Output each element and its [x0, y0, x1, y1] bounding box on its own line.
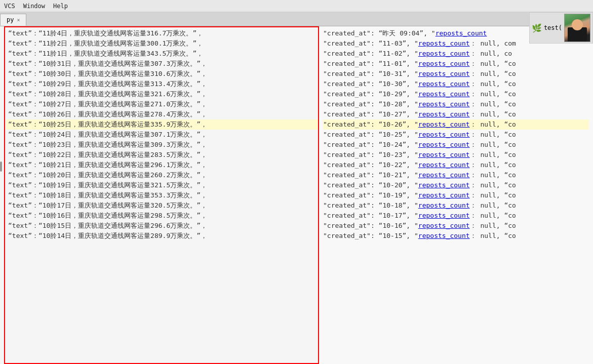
tab-label: py — [7, 16, 14, 23]
left-line: “text”：“10朎30日，重庆轨道交通线网客运量310.6万乘次。”， — [6, 69, 319, 79]
avatar — [564, 14, 590, 42]
left-line: “text”：“10朎22日，重庆轨道交通线网客运量283.5万乘次。”， — [6, 150, 319, 160]
line-value: “10朎16日，重庆轨道交通线网客运量298.5万乘次。”， — [38, 211, 207, 221]
right-line: "created_at": “10-27”, "reposts_count： n… — [323, 109, 589, 119]
line-value: “10朎27日，重庆轨道交通线网客运量271.0万乘次。”， — [38, 99, 207, 109]
menubar: VCS Window Help — [0, 0, 593, 12]
line-label: “text”： — [8, 99, 38, 109]
left-line: “text”：“10朎27日，重庆轨道交通线网客运量271.0万乘次。”， — [6, 99, 319, 109]
line-value: “11朎2日，重庆轨道交通线网客运量300.1万乘次。”， — [38, 38, 203, 49]
right-panel: "created_at": “昨天 09:04”, "reposts_count… — [319, 26, 593, 364]
editor-area: “text”：“11朎4日，重庆轨道交通线网客运量316.7万乘次。”，“tex… — [0, 26, 593, 364]
right-line: "created_at": “10-15”, "reposts_count： n… — [323, 231, 589, 241]
line-label: “text”： — [8, 130, 38, 140]
left-line: “text”：“11朎4日，重庆轨道交通线网客运量316.7万乘次。”， — [6, 28, 319, 38]
line-value: “11朎1日，重庆轨道交通线网客运量343.5万乘次。”， — [38, 49, 203, 59]
left-line: “text”：“10朎25日，重庆轨道交通线网客运量335.9万乘次。”， — [6, 119, 319, 130]
left-line: “text”：“10朎15日，重庆轨道交通线网客运量296.6万乘次。”， — [6, 221, 319, 231]
line-value: “10朎26日，重庆轨道交通线网客运量278.4万乘次。”， — [38, 109, 207, 119]
line-label: “text”： — [8, 49, 38, 59]
tab-close-button[interactable]: × — [17, 17, 20, 23]
line-value: “10朎22日，重庆轨道交通线网客运量283.5万乘次。”， — [38, 150, 207, 160]
right-line: "created_at": “10-26”, "reposts_count： n… — [323, 119, 589, 130]
left-line: “text”：“10朎19日，重庆轨道交通线网客运量321.5万乘次。”， — [6, 180, 319, 190]
left-line: “text”：“10朎18日，重庆轨道交通线网客运量353.3万乘次。”， — [6, 190, 319, 200]
line-value: “10朎18日，重庆轨道交通线网客运量353.3万乘次。”， — [38, 190, 207, 200]
left-line: “text”：“10朎26日，重庆轨道交通线网客运量278.4万乘次。”， — [6, 109, 319, 119]
left-line: “text”：“11朎2日，重庆轨道交通线网客运量300.1万乘次。”， — [6, 38, 319, 49]
line-label: “text”： — [8, 190, 38, 200]
right-line: "created_at": “10-29”, "reposts_count： n… — [323, 89, 589, 99]
line-label: “text”： — [8, 140, 38, 150]
line-label: “text”： — [8, 211, 38, 221]
left-line: “text”：“10朎21日，重庆轨道交通线网客运量296.1万乘次。”， — [6, 160, 319, 170]
line-value: “10朎30日，重庆轨道交通线网客运量310.6万乘次。”， — [38, 69, 207, 79]
line-value: “10朎25日，重庆轨道交通线网客运量335.9万乘次。”， — [38, 119, 207, 130]
top-right-section: 🌿 test( — [529, 12, 593, 44]
right-line: "created_at": “10-25”, "reposts_count： n… — [323, 130, 589, 140]
line-label: “text”： — [8, 160, 38, 170]
right-line: "created_at": “10-30”, "reposts_count： n… — [323, 79, 589, 89]
line-value: “10朎23日，重庆轨道交通线网客运量309.3万乘次。”， — [38, 140, 207, 150]
line-label: “text”： — [8, 200, 38, 211]
right-line: "created_at": “10-19”, "reposts_count： n… — [323, 190, 589, 200]
menu-help[interactable]: Help — [53, 3, 68, 10]
line-label: “text”： — [8, 59, 38, 69]
line-label: “text”： — [8, 109, 38, 119]
line-label: “text”： — [8, 231, 38, 241]
left-line: “text”：“11朎1日，重庆轨道交通线网客运量343.5万乘次。”， — [6, 49, 319, 59]
right-line: "created_at": “10-17”, "reposts_count： n… — [323, 211, 589, 221]
line-label: “text”： — [8, 150, 38, 160]
line-value: “10朎15日，重庆轨道交通线网客运量296.6万乘次。”， — [38, 221, 207, 231]
right-line: "created_at": “10-20”, "reposts_count： n… — [323, 180, 589, 190]
line-value: “10朎31日，重庆轨道交通线网客运量307.3万乘次。”， — [38, 59, 207, 69]
line-label: “text”： — [8, 38, 38, 49]
left-line: “text”：“10朎23日，重庆轨道交通线网客运量309.3万乘次。”， — [6, 140, 319, 150]
right-line: "created_at": “10-16”, "reposts_count： n… — [323, 221, 589, 231]
left-panel: “text”：“11朎4日，重庆轨道交通线网客运量316.7万乘次。”，“tex… — [0, 26, 319, 364]
tabbar: py × 🌿 test( — [0, 12, 593, 26]
line-value: “10朎28日，重庆轨道交通线网客运量321.6万乘次。”， — [38, 89, 207, 99]
right-line: "created_at": “10-18”, "reposts_count： n… — [323, 200, 589, 211]
right-line: "created_at": “10-22”, "reposts_count： n… — [323, 160, 589, 170]
scrollbar-indicator[interactable] — [0, 161, 2, 172]
right-line: "created_at": “10-24”, "reposts_count： n… — [323, 140, 589, 150]
pine-icon: 🌿 — [532, 23, 542, 33]
line-label: “text”： — [8, 89, 38, 99]
line-value: “10朎21日，重庆轨道交通线网客运量296.1万乘次。”， — [38, 160, 207, 170]
tab-py[interactable]: py × — [0, 14, 26, 26]
left-line: “text”：“10朎28日，重庆轨道交通线网客运量321.6万乘次。”， — [6, 89, 319, 99]
line-value: “10朎17日，重庆轨道交通线网客运量320.5万乘次。”， — [38, 200, 207, 211]
line-label: “text”： — [8, 28, 38, 38]
right-line: "created_at": “11-02”, "reposts_count： n… — [323, 49, 589, 59]
line-label: “text”： — [8, 69, 38, 79]
right-line: "created_at": “10-28”, "reposts_count： n… — [323, 99, 589, 109]
line-value: “10朎14日，重庆轨道交通线网客运量289.9万乘次。”， — [38, 231, 207, 241]
left-line: “text”：“10朎24日，重庆轨道交通线网客运量307.1万乘次。”， — [6, 130, 319, 140]
line-value: “10朎29日，重庆轨道交通线网客运量313.4万乘次。”， — [38, 79, 207, 89]
left-line: “text”：“10朎29日，重庆轨道交通线网客运量313.4万乘次。”， — [6, 79, 319, 89]
menu-window[interactable]: Window — [23, 3, 45, 10]
left-line: “text”：“10朎14日，重庆轨道交通线网客运量289.9万乘次。”， — [6, 231, 319, 241]
right-line: "created_at": “11-01”, "reposts_count： n… — [323, 59, 589, 69]
user-label: test( — [544, 24, 562, 31]
left-line: “text”：“10朎20日，重庆轨道交通线网客运量260.2万乘次。”， — [6, 170, 319, 180]
left-line: “text”：“10朎16日，重庆轨道交通线网客运量298.5万乘次。”， — [6, 211, 319, 221]
line-value: “11朎4日，重庆轨道交通线网客运量316.7万乘次。”， — [38, 28, 203, 38]
left-line: “text”：“10朎31日，重庆轨道交通线网客运量307.3万乘次。”， — [6, 59, 319, 69]
line-label: “text”： — [8, 79, 38, 89]
line-value: “10朎24日，重庆轨道交通线网客运量307.1万乘次。”， — [38, 130, 207, 140]
menu-vcs[interactable]: VCS — [4, 3, 15, 10]
left-code-lines: “text”：“11朎4日，重庆轨道交通线网客运量316.7万乘次。”，“tex… — [0, 26, 319, 243]
line-label: “text”： — [8, 170, 38, 180]
line-label: “text”： — [8, 119, 38, 130]
left-line: “text”：“10朎17日，重庆轨道交通线网客运量320.5万乘次。”， — [6, 200, 319, 211]
right-line: "created_at": “10-21”, "reposts_count： n… — [323, 170, 589, 180]
line-value: “10朎19日，重庆轨道交通线网客运量321.5万乘次。”， — [38, 180, 207, 190]
line-label: “text”： — [8, 180, 38, 190]
right-line: "created_at": “10-23”, "reposts_count： n… — [323, 150, 589, 160]
right-line: "created_at": “10-31”, "reposts_count： n… — [323, 69, 589, 79]
line-value: “10朎20日，重庆轨道交通线网客运量260.2万乘次。”， — [38, 170, 207, 180]
line-label: “text”： — [8, 221, 38, 231]
